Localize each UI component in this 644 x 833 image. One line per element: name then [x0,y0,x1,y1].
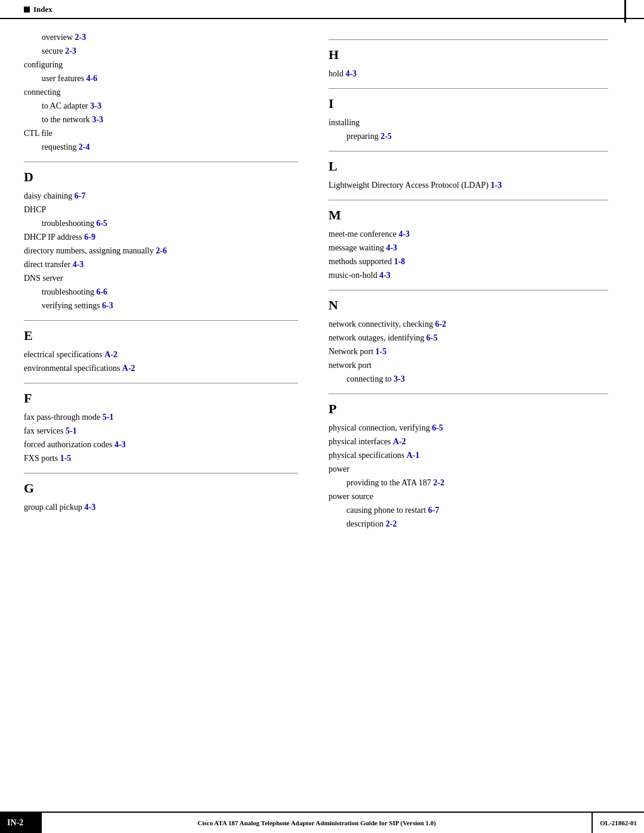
list-item: network port [329,359,608,371]
list-item: to the network 3-3 [42,113,298,126]
section-divider-n [329,290,608,290]
list-item: physical specifications A-1 [329,449,608,462]
section-letter-m: M [329,208,608,223]
footer: IN-2 Cisco ATA 187 Analog Telephone Adap… [0,812,644,833]
section-g: G group call pickup 4-3 [24,481,298,513]
list-item: power [329,463,608,475]
section-letter-p: P [329,401,608,417]
top-right-line [624,0,626,23]
footer-title: Cisco ATA 187 Analog Telephone Adaptor A… [42,813,592,833]
list-item: description 2-2 [346,518,608,530]
section-h: H hold 4-3 [329,47,608,80]
list-item: physical interfaces A-2 [329,435,608,448]
right-column: H hold 4-3 I installing preparing 2-5 L … [316,31,608,535]
section-divider-e [24,320,298,321]
list-item: overview 2-3 [42,31,298,44]
list-item: connecting [24,86,298,98]
main-content: overview 2-3 secure 2-3 configuring user… [0,19,644,571]
initial-entries: overview 2-3 secure 2-3 configuring user… [24,31,298,153]
list-item: user features 4-6 [42,72,298,85]
section-divider-d [24,162,298,162]
section-p: P physical connection, verifying 6-5 phy… [329,401,608,530]
left-column: overview 2-3 secure 2-3 configuring user… [24,31,316,535]
section-divider-l [329,151,608,151]
list-item: FXS ports 1-5 [24,452,298,465]
section-letter-g: G [24,481,298,496]
section-letter-h: H [329,47,608,63]
list-item: power source [329,490,608,503]
list-item: troubleshooting 6-5 [42,217,298,230]
list-item: methods supported 1-8 [329,255,608,268]
list-item: forced authorization codes 4-3 [24,438,298,451]
list-item: fax pass-through mode 5-1 [24,411,298,423]
section-letter-l: L [329,159,608,174]
list-item: group call pickup 4-3 [24,501,298,513]
list-item: electrical specifications A-2 [24,348,298,361]
section-divider-f [24,383,298,383]
list-item: fax services 5-1 [24,425,298,437]
section-divider-m [329,200,608,200]
list-item: causing phone to restart 6-7 [346,504,608,516]
list-item: to AC adapter 3-3 [42,100,298,112]
list-item: installing [329,116,608,129]
section-f: F fax pass-through mode 5-1 fax services… [24,391,298,465]
list-item: requesting 2-4 [42,141,298,153]
section-letter-f: F [24,391,298,406]
section-divider-p [329,394,608,394]
section-letter-n: N [329,298,608,313]
list-item: music-on-hold 4-3 [329,269,608,281]
section-i: I installing preparing 2-5 [329,96,608,143]
footer-doc-number: OL-21862-01 [592,813,644,833]
list-item: network connectivity, checking 6-2 [329,318,608,330]
list-item: meet-me conference 4-3 [329,228,608,240]
section-letter-e: E [24,328,298,343]
list-item: connecting to 3-3 [346,373,608,385]
section-m: M meet-me conference 4-3 message waiting… [329,208,608,281]
index-label: Index [24,5,52,14]
list-item: DHCP IP address 6-9 [24,231,298,243]
footer-page-number: IN-2 [0,813,42,833]
section-n: N network connectivity, checking 6-2 net… [329,298,608,385]
list-item: directory numbers, assigning manually 2-… [24,244,298,257]
list-item: secure 2-3 [42,45,298,57]
list-item: hold 4-3 [329,67,608,80]
list-item: CTL file [24,127,298,140]
list-item: network outages, identifying 6-5 [329,332,608,344]
list-item: configuring [24,58,298,71]
list-item: direct transfer 4-3 [24,258,298,271]
section-divider-g [24,473,298,473]
list-item: Lightweight Directory Access Protocol (L… [329,179,608,191]
list-item: environmental specifications A-2 [24,362,298,374]
section-e: E electrical specifications A-2 environm… [24,328,298,374]
section-l: L Lightweight Directory Access Protocol … [329,159,608,191]
section-divider-i [329,88,608,89]
list-item: daisy chaining 6-7 [24,190,298,202]
page: Index overview 2-3 secure 2-3 configurin… [0,0,644,833]
list-item: verifying settings 6-3 [42,299,298,312]
list-item: DHCP [24,203,298,216]
list-item: message waiting 4-3 [329,241,608,254]
black-square-icon [24,7,30,13]
section-letter-i: I [329,96,608,112]
list-item: Network port 1-5 [329,345,608,358]
section-d: D daisy chaining 6-7 DHCP troubleshootin… [24,169,298,312]
list-item: preparing 2-5 [346,130,608,143]
section-divider-h [329,39,608,40]
section-letter-d: D [24,169,298,185]
top-bar: Index [0,0,644,19]
list-item: providing to the ATA 187 2-2 [346,476,608,489]
list-item: physical connection, verifying 6-5 [329,422,608,434]
list-item: troubleshooting 6-6 [42,286,298,298]
list-item: DNS server [24,272,298,284]
